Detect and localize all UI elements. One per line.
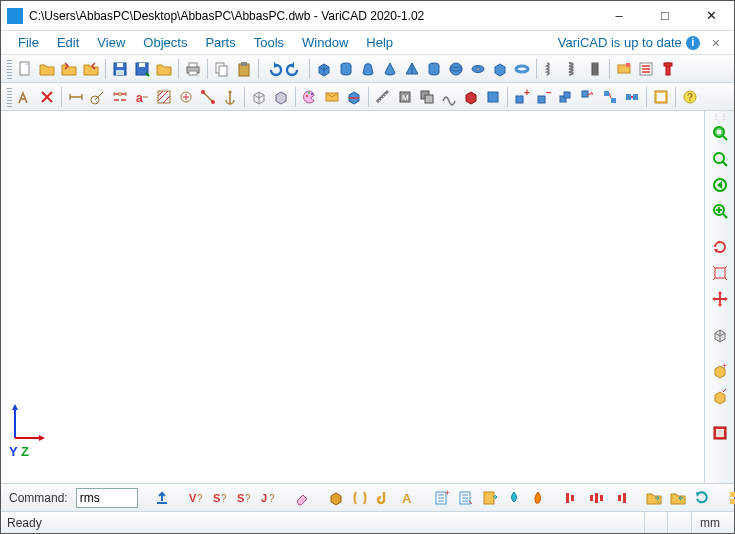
refresh-button[interactable] [692, 487, 712, 509]
assembly-remove-button[interactable]: − [533, 86, 555, 108]
grip-icon[interactable]: ⋮⋮ [712, 115, 728, 119]
gold-box-button[interactable] [326, 487, 346, 509]
grip-icon[interactable] [7, 87, 12, 107]
zoom-extents-button[interactable] [708, 147, 732, 171]
color-palette-button[interactable] [299, 86, 321, 108]
open-recent-button[interactable] [58, 58, 80, 80]
menu-edit[interactable]: Edit [48, 33, 88, 52]
thread-solid-button[interactable] [584, 58, 606, 80]
view-save-button[interactable]: + [708, 359, 732, 383]
cylinder-solid-button[interactable] [335, 58, 357, 80]
box-solid-button[interactable] [313, 58, 335, 80]
maximize-button[interactable]: □ [642, 1, 688, 30]
delete-tool-button[interactable] [36, 86, 58, 108]
interference-check-button[interactable] [416, 86, 438, 108]
cone-frustum-button[interactable] [357, 58, 379, 80]
paste-button[interactable] [233, 58, 255, 80]
letter-a-button[interactable]: A [398, 487, 418, 509]
minimize-button[interactable]: – [596, 1, 642, 30]
hook-button[interactable] [374, 487, 394, 509]
open-prev-button[interactable] [80, 58, 102, 80]
zoom-previous-button[interactable] [708, 173, 732, 197]
dimension-radius-button[interactable] [87, 86, 109, 108]
new-file-button[interactable] [14, 58, 36, 80]
snap-j-button[interactable]: J? [258, 487, 278, 509]
snap-s-button[interactable]: S? [210, 487, 230, 509]
drawing-canvas[interactable]: Y Z [1, 111, 704, 483]
bom-export-button[interactable] [480, 487, 500, 509]
assembly-add-button[interactable]: + [511, 86, 533, 108]
view-restore-button[interactable] [708, 385, 732, 409]
redo-button[interactable] [284, 58, 306, 80]
anchor-tool-button[interactable] [219, 86, 241, 108]
ribbon-button[interactable] [350, 487, 370, 509]
snap-s2-button[interactable]: S? [234, 487, 254, 509]
dimension-linear-button[interactable] [65, 86, 87, 108]
assembly-copy-button[interactable] [555, 86, 577, 108]
helix-solid-button[interactable] [562, 58, 584, 80]
menu-help[interactable]: Help [357, 33, 402, 52]
sphere-solid-button[interactable] [445, 58, 467, 80]
zoom-window-button[interactable] [708, 121, 732, 145]
torus-solid-button[interactable] [467, 58, 489, 80]
part-insert-button[interactable] [613, 58, 635, 80]
layer-manager-button[interactable] [650, 86, 672, 108]
cone-solid-button[interactable] [379, 58, 401, 80]
mass-props-button[interactable]: M [394, 86, 416, 108]
copy-button[interactable] [211, 58, 233, 80]
save-folder-button[interactable] [153, 58, 175, 80]
section-view-button[interactable] [343, 86, 365, 108]
menu-parts[interactable]: Parts [196, 33, 244, 52]
orbit-view-button[interactable] [708, 261, 732, 285]
menu-tools[interactable]: Tools [245, 33, 293, 52]
assembly-constraint-button[interactable] [621, 86, 643, 108]
dimension-chain-button[interactable] [109, 86, 131, 108]
menu-file[interactable]: File [9, 33, 48, 52]
assembly-replace-button[interactable] [577, 86, 599, 108]
symbol-library-button[interactable] [175, 86, 197, 108]
isometric-view-button[interactable] [708, 323, 732, 347]
align-right-button[interactable] [610, 487, 630, 509]
upload-icon[interactable] [152, 487, 172, 509]
open-file-button[interactable] [36, 58, 58, 80]
rotate-view-button[interactable] [708, 235, 732, 259]
zoom-in-button[interactable] [708, 199, 732, 223]
grip-icon[interactable] [7, 59, 12, 79]
shaded-view-button[interactable] [270, 86, 292, 108]
sketch-tool-button[interactable] [14, 86, 36, 108]
menu-window[interactable]: Window [293, 33, 357, 52]
text-annotation-button[interactable]: a [131, 86, 153, 108]
snap-v-button[interactable]: V? [186, 487, 206, 509]
hatch-tool-button[interactable] [153, 86, 175, 108]
surface-check-button[interactable] [438, 86, 460, 108]
info-icon[interactable]: i [686, 36, 700, 50]
constraint-tool-button[interactable] [197, 86, 219, 108]
paint-drop-button[interactable] [504, 487, 524, 509]
extrude-solid-button[interactable] [489, 58, 511, 80]
eraser-button[interactable] [292, 487, 312, 509]
save-button[interactable] [109, 58, 131, 80]
align-left-button[interactable] [562, 487, 582, 509]
command-input[interactable] [76, 488, 138, 508]
pyramid-solid-button[interactable] [401, 58, 423, 80]
shell-tool-button[interactable] [460, 86, 482, 108]
flame-button[interactable] [528, 487, 548, 509]
bolt-library-button[interactable] [657, 58, 679, 80]
close-button[interactable]: ✕ [688, 1, 734, 30]
bom-add-button[interactable]: + [432, 487, 452, 509]
render-view-button[interactable] [708, 421, 732, 445]
save-as-button[interactable] [131, 58, 153, 80]
pipe-solid-button[interactable] [423, 58, 445, 80]
material-tool-button[interactable] [482, 86, 504, 108]
revolve-solid-button[interactable] [511, 58, 533, 80]
menu-view[interactable]: View [88, 33, 134, 52]
panel-close-icon[interactable]: × [706, 35, 726, 51]
grid-view-button[interactable] [726, 487, 735, 509]
print-button[interactable] [182, 58, 204, 80]
part-list-button[interactable] [635, 58, 657, 80]
export-folder-button[interactable] [644, 487, 664, 509]
menu-objects[interactable]: Objects [134, 33, 196, 52]
undo-button[interactable] [262, 58, 284, 80]
help-tool-button[interactable]: ? [679, 86, 701, 108]
display-envelope-button[interactable] [321, 86, 343, 108]
